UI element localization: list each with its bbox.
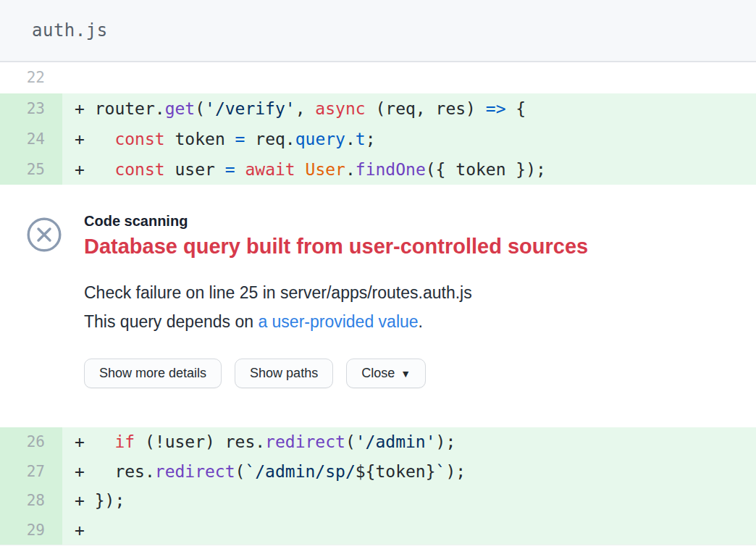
code-token: ({ token }); (426, 160, 546, 179)
diff-block-bottom: 26+ if (!user) res.redirect('/admin');27… (0, 427, 756, 545)
code-token: t (356, 130, 366, 148)
code-token: . (345, 160, 356, 179)
code-token: + (75, 160, 114, 179)
alert-content: Code scanning Database query built from … (84, 211, 588, 427)
code-line: + res.redirect(`/admin/sp/${token}`); (62, 457, 756, 487)
code-token: if (114, 432, 135, 451)
alert-description-line2-suffix: . (419, 312, 423, 331)
code-token: redirect (265, 432, 345, 451)
code-line: + router.get('/verify', async (req, res)… (62, 93, 756, 124)
code-token: (!user) res. (135, 432, 265, 451)
code-token: + (75, 521, 85, 540)
code-token: => (486, 99, 506, 118)
code-token: ${token} (356, 462, 436, 481)
code-token: ); (436, 432, 456, 451)
code-token: findOne (356, 160, 426, 179)
code-token: + (75, 432, 114, 451)
close-button[interactable]: Close▼ (346, 359, 426, 388)
show-paths-button[interactable]: Show paths (235, 359, 333, 388)
diff-line-27: 27+ res.redirect(`/admin/sp/${token}`); (0, 457, 756, 487)
code-token: query (295, 130, 345, 148)
x-circle-icon (26, 217, 62, 427)
code-token: '/verify' (205, 99, 295, 118)
line-number[interactable]: 26 (0, 427, 62, 457)
diff-line-23: 23+ router.get('/verify', async (req, re… (0, 93, 756, 124)
code-line: + const token = req.query.t; (62, 124, 756, 154)
alert-category: Code scanning (84, 213, 588, 230)
code-token: get (165, 99, 196, 118)
button-label: Show more details (99, 366, 206, 381)
code-line: + if (!user) res.redirect('/admin'); (62, 427, 756, 457)
diff-line-29: 29+ (0, 516, 756, 545)
file-header: auth.js (0, 0, 756, 62)
alert-description-line2: This query depends on a user-provided va… (84, 312, 588, 332)
bottom-strip (0, 545, 756, 549)
alert-description-line2-prefix: This query depends on (84, 312, 258, 331)
code-line (62, 62, 756, 93)
caret-down-icon: ▼ (400, 368, 411, 380)
alert-title: Database query built from user-controlle… (84, 235, 588, 259)
code-line: + (62, 516, 756, 545)
code-token: `/admin/sp/ (245, 462, 355, 481)
code-token (295, 160, 306, 179)
code-token: { (505, 99, 526, 118)
code-token: token (165, 130, 235, 148)
diff-block-top: 2223+ router.get('/verify', async (req, … (0, 62, 756, 185)
code-token: ; (366, 130, 376, 148)
code-token: ( (345, 432, 356, 451)
diff-line-24: 24+ const token = req.query.t; (0, 124, 756, 154)
line-number[interactable]: 22 (0, 62, 62, 93)
code-token: ( (235, 462, 245, 481)
line-number[interactable]: 28 (0, 486, 62, 516)
code-token: user (165, 160, 225, 179)
code-token: + router. (75, 99, 165, 118)
code-line: + const user = await User.findOne({ toke… (62, 154, 756, 185)
diff-line-22: 22 (0, 62, 756, 93)
code-token: '/admin' (356, 432, 436, 451)
code-token: const (114, 130, 164, 148)
code-token: (req, res) (366, 99, 486, 118)
code-token: await (245, 160, 295, 179)
code-token: = (235, 130, 245, 148)
code-token: ); (445, 462, 466, 481)
code-token: User (306, 160, 345, 179)
code-token: + (75, 130, 114, 148)
code-token: . (345, 130, 356, 148)
line-number[interactable]: 29 (0, 516, 62, 545)
code-token: const (114, 160, 164, 179)
diff-line-26: 26+ if (!user) res.redirect('/admin'); (0, 427, 756, 457)
user-provided-value-link[interactable]: a user-provided value (258, 312, 418, 331)
code-token: + }); (75, 491, 125, 510)
alert-buttons-row: Show more detailsShow pathsClose▼ (84, 359, 588, 388)
show-more-details-button[interactable]: Show more details (84, 359, 222, 388)
code-token: , (295, 99, 316, 118)
code-scanning-alert: Code scanning Database query built from … (0, 185, 756, 427)
line-number[interactable]: 27 (0, 457, 62, 487)
code-token: ( (195, 99, 205, 118)
code-token: + res. (75, 462, 155, 481)
line-number[interactable]: 25 (0, 154, 62, 185)
line-number[interactable]: 23 (0, 93, 62, 124)
code-token: redirect (155, 462, 235, 481)
diff-line-25: 25+ const user = await User.findOne({ to… (0, 154, 756, 185)
button-label: Close (361, 366, 395, 381)
diff-view: auth.js 2223+ router.get('/verify', asyn… (0, 0, 756, 549)
alert-description-line1: Check failure on line 25 in server/apps/… (84, 283, 588, 303)
code-token (235, 160, 245, 179)
code-token: async (315, 99, 365, 118)
line-number[interactable]: 24 (0, 124, 62, 154)
code-line: + }); (62, 486, 756, 516)
code-token: = (225, 160, 235, 179)
file-name: auth.js (32, 20, 108, 41)
diff-line-28: 28+ }); (0, 486, 756, 516)
code-token: ` (436, 462, 446, 481)
button-label: Show paths (250, 366, 318, 381)
code-token: req. (245, 130, 295, 148)
